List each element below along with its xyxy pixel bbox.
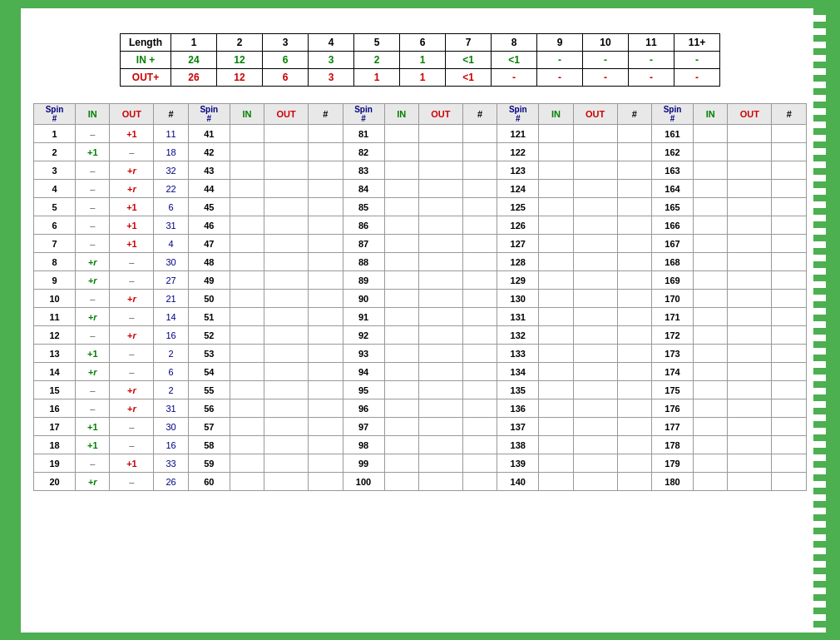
spin-row-15: 16–+r315696136176 [34,399,807,418]
summary-in-1: 24 [171,52,217,69]
cell-r17-g3-c0: 138 [497,436,539,454]
cell-r6-g0-c0: 7 [34,235,76,253]
cell-r1-g2-c2 [418,143,462,161]
cell-r15-g4-c0: 176 [652,399,694,418]
cell-r5-g3-c0: 126 [497,216,539,235]
cell-r18-g1-c1 [230,454,264,473]
summary-out-1: 26 [171,69,217,87]
cell-r7-g2-c0: 88 [343,253,384,271]
cell-r6-g1-c3 [309,235,343,253]
cell-r15-g2-c1 [384,399,418,418]
spin-row-17: 18+1–165898138178 [34,436,807,454]
cell-r0-g3-c0: 121 [497,125,539,143]
cell-r7-g0-c2: – [110,253,154,271]
cell-r14-g4-c0: 175 [652,381,694,399]
spin-row-6: 7–+144787127167 [34,235,807,253]
cell-r10-g0-c2: – [110,308,154,326]
cell-r6-g1-c2 [264,235,309,253]
summary-in-9: - [537,52,583,69]
cell-r1-g1-c0: 42 [188,143,230,161]
cell-r0-g4-c0: 161 [652,125,694,143]
cell-r17-g2-c1 [384,436,418,454]
spin-row-5: 6–+1314686126166 [34,216,807,235]
cell-r15-g3-c0: 136 [497,399,539,418]
cell-r18-g4-c3 [772,454,807,473]
summary-in-7: <1 [446,52,492,69]
cell-r16-g1-c1 [230,418,264,436]
cell-r8-g1-c1 [230,271,264,290]
cell-r15-g2-c2 [418,399,462,418]
cell-r0-g0-c2: +1 [110,125,154,143]
cell-r4-g2-c3 [462,198,497,216]
cell-r13-g2-c3 [462,363,497,381]
cell-r15-g1-c0: 56 [188,399,230,418]
summary-header-6: 6 [400,34,446,52]
cell-r11-g3-c2 [573,326,617,345]
cell-r16-g0-c2: – [110,418,154,436]
spin-col-header-4-0: Spin# [652,104,694,125]
cell-r11-g0-c2: +r [110,326,154,345]
cell-r9-g0-c3: 21 [154,290,188,308]
spin-col-header-3-0: Spin# [497,104,539,125]
cell-r2-g1-c1 [230,161,264,180]
cell-r18-g1-c3 [309,454,343,473]
cell-r0-g2-c3 [462,125,497,143]
cell-r17-g2-c3 [462,436,497,454]
cell-r13-g2-c2 [418,363,462,381]
cell-r19-g1-c2 [264,473,309,491]
cell-r6-g3-c2 [573,235,617,253]
spin-row-8: 9+r–274989129169 [34,271,807,290]
cell-r14-g4-c3 [772,381,807,399]
cell-r7-g1-c3 [309,253,343,271]
cell-r18-g3-c0: 139 [497,454,539,473]
cell-r0-g0-c1: – [76,125,110,143]
cell-r7-g4-c1 [694,253,728,271]
cell-r5-g3-c1 [539,216,573,235]
cell-r3-g1-c1 [230,180,264,198]
cell-r14-g1-c1 [230,381,264,399]
spin-col-header-4-3: # [772,104,807,125]
cell-r11-g2-c3 [462,326,497,345]
spin-row-7: 8+r–304888128168 [34,253,807,271]
summary-table: Length123456789101111+IN +24126321<1<1--… [120,33,720,87]
cell-r14-g2-c3 [462,381,497,399]
cell-r9-g1-c0: 50 [188,290,230,308]
cell-r14-g0-c1: – [76,381,110,399]
cell-r2-g2-c3 [462,161,497,180]
cell-r8-g1-c3 [309,271,343,290]
cell-r11-g4-c1 [694,326,728,345]
summary-header-10: 10 [583,34,629,52]
cell-r7-g3-c1 [539,253,573,271]
cell-r14-g1-c3 [309,381,343,399]
cell-r19-g0-c2: – [110,473,154,491]
cell-r10-g2-c1 [384,308,418,326]
summary-in-12: - [674,52,720,69]
cell-r11-g3-c1 [539,326,573,345]
cell-r12-g0-c3: 2 [154,345,188,363]
cell-r8-g4-c2 [728,271,772,290]
summary-header-5: 5 [354,34,400,52]
spin-row-13: 14+r–65494134174 [34,363,807,381]
cell-r4-g0-c0: 5 [34,198,76,216]
cell-r14-g0-c0: 15 [34,381,76,399]
cell-r7-g0-c1: +r [76,253,110,271]
cell-r5-g1-c3 [309,216,343,235]
cell-r19-g4-c1 [694,473,728,491]
cell-r12-g2-c3 [462,345,497,363]
cell-r4-g4-c1 [694,198,728,216]
summary-in-0: IN + [121,52,171,69]
summary-header-4: 4 [309,34,354,52]
cell-r3-g1-c0: 44 [188,180,230,198]
cell-r12-g3-c2 [573,345,617,363]
cell-r8-g2-c3 [462,271,497,290]
summary-in-2: 12 [217,52,263,69]
cell-r8-g0-c3: 27 [154,271,188,290]
cell-r15-g4-c2 [728,399,772,418]
spin-col-header-2-1: IN [384,104,418,125]
cell-r16-g4-c0: 177 [652,418,694,436]
cell-r19-g1-c1 [230,473,264,491]
cell-r13-g2-c1 [384,363,418,381]
cell-r11-g4-c3 [772,326,807,345]
cell-r16-g1-c3 [309,418,343,436]
cell-r12-g1-c3 [309,345,343,363]
